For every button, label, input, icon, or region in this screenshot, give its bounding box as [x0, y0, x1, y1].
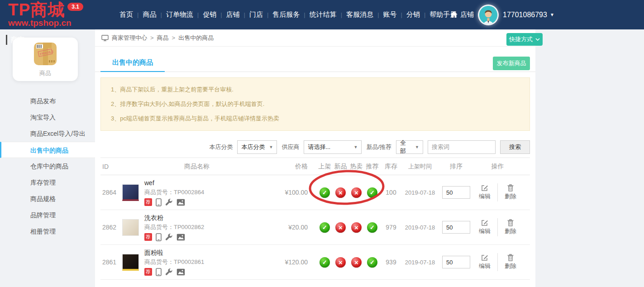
sort-input[interactable] [442, 221, 470, 234]
goods-thumbnail[interactable] [122, 184, 139, 201]
delete-button[interactable]: 删除 [500, 219, 521, 235]
delete-button[interactable]: 删除 [500, 184, 521, 201]
mobile-icon[interactable] [156, 268, 162, 276]
edit-label: 编辑 [479, 192, 491, 201]
header-1: ID [100, 163, 122, 170]
nav-item-1[interactable]: 首页 [115, 10, 137, 19]
nav-item-11[interactable]: 分销 [402, 10, 424, 19]
sidebar-item[interactable]: 仓库中的商品 [0, 158, 95, 174]
image-icon[interactable] [177, 199, 185, 206]
category-filter-label: 本店分类 [209, 143, 233, 151]
wrench-icon[interactable] [165, 233, 173, 241]
module-card-goods[interactable]: FRAGILE 商品 [13, 38, 78, 81]
quick-actions-button[interactable]: 快捷方式 [506, 33, 543, 46]
edit-button[interactable]: 编辑 [474, 254, 495, 270]
supplier-filter-label: 供应商 [281, 143, 299, 151]
topbar-account-area: 店铺 17701086793 ▼ [450, 0, 554, 29]
edit-button[interactable]: 编辑 [474, 219, 495, 235]
supplier-select[interactable]: 请选择... ▼ [304, 140, 362, 154]
newrec-select[interactable]: 全部 ▼ [396, 140, 423, 154]
publish-new-goods-button[interactable]: 发布新商品 [493, 57, 530, 70]
status-no-icon[interactable]: × [351, 187, 362, 198]
image-icon[interactable] [177, 268, 185, 276]
recommend-badge: 荐 [144, 198, 152, 206]
status-yes-icon[interactable]: ✓ [320, 257, 330, 268]
status-recommend: ✓ [364, 257, 380, 268]
wrench-icon[interactable] [165, 268, 173, 276]
sort-input[interactable] [442, 186, 470, 199]
breadcrumb-item-1[interactable]: 商家管理中心 [112, 34, 147, 42]
sidebar-item[interactable]: 出售中的商品 [0, 142, 95, 158]
header-10: 排序 [438, 163, 474, 171]
nav-item-7[interactable]: 售后服务 [268, 10, 304, 19]
nav-item-2[interactable]: 商品 [138, 10, 160, 19]
header-9: 上架时间 [402, 163, 438, 171]
nav-item-3[interactable]: 订单物流 [162, 10, 197, 19]
nav-item-10[interactable]: 账号 [379, 10, 401, 19]
status-recommend: ✓ [364, 222, 380, 233]
sidebar-item[interactable]: 商品Excel导入/导出 [0, 125, 95, 142]
newrec-filter-label: 新品/推荐 [366, 143, 391, 151]
main-nav: 首页|商品|订单物流|促销|店铺|门店|售后服务|统计结算|客服消息|账号|分销… [115, 0, 461, 29]
nav-item-9[interactable]: 客服消息 [342, 10, 377, 19]
nav-item-4[interactable]: 促销 [199, 10, 220, 19]
trash-icon [507, 184, 514, 191]
trash-icon [507, 254, 514, 261]
edit-button[interactable]: 编辑 [474, 184, 495, 201]
goods-name[interactable]: 面粉啦 [144, 249, 204, 257]
logo[interactable]: TP商城 3.1 www.tpshop.cn [8, 2, 83, 28]
shop-link[interactable]: 店铺 [450, 10, 474, 19]
actions-divider [497, 218, 498, 236]
edit-label: 编辑 [479, 227, 491, 235]
mobile-icon[interactable] [156, 233, 162, 241]
breadcrumb-items-anchor: 商家管理中心>商品>出售中的商品 [112, 34, 214, 42]
status-no-icon[interactable]: × [351, 257, 362, 268]
breadcrumb-item-3[interactable]: 出售中的商品 [178, 34, 214, 42]
goods-name[interactable]: wef [144, 179, 204, 187]
goods-info: 洗衣粉 商品货号：TP0002862 荐 [144, 214, 204, 241]
sidebar-item[interactable]: 商品规格 [0, 191, 95, 207]
sidebar-item[interactable]: 库存管理 [0, 174, 95, 191]
avatar-person-icon [479, 6, 497, 24]
actions-divider [497, 183, 498, 201]
search-button[interactable]: 搜索 [500, 140, 530, 154]
status-yes-icon[interactable]: ✓ [367, 222, 377, 233]
breadcrumb-item-2[interactable]: 商品 [157, 34, 169, 42]
account-menu[interactable]: 17701086793 ▼ [503, 11, 554, 19]
status-yes-icon[interactable]: ✓ [320, 222, 330, 233]
filter-row: 本店分类 本店分类 ▼ 供应商 请选择... ▼ 新品/推荐 全部 ▼ 搜索 [100, 136, 530, 158]
delete-label: 删除 [505, 227, 516, 235]
goods-thumbnail[interactable] [122, 254, 139, 271]
sidebar-item[interactable]: 相册管理 [0, 223, 95, 239]
category-select[interactable]: 本店分类 ▼ [237, 140, 277, 154]
status-no-icon[interactable]: × [335, 222, 346, 233]
goods-name[interactable]: 洗衣粉 [144, 214, 204, 222]
mobile-icon[interactable] [156, 198, 162, 206]
avatar[interactable] [479, 6, 497, 24]
goods-name-cell: 面粉啦 商品货号：TP0002861 荐 [122, 249, 272, 276]
wrench-icon[interactable] [165, 198, 173, 206]
nav-item-5[interactable]: 店铺 [222, 10, 244, 19]
sort-input[interactable] [442, 256, 470, 268]
header-8: 库存 [380, 163, 402, 171]
status-yes-icon[interactable]: ✓ [367, 187, 377, 198]
sidebar-item[interactable]: 商品发布 [0, 93, 95, 109]
status-no-icon[interactable]: × [335, 257, 346, 268]
sidebar-item[interactable]: 品牌管理 [0, 207, 95, 223]
tab-on-sale-goods[interactable]: 出售中的商品 [100, 56, 165, 72]
status-no-icon[interactable]: × [335, 187, 346, 198]
search-input[interactable] [428, 140, 496, 154]
goods-thumbnail[interactable] [122, 219, 139, 236]
goods-meta-icons: 荐 [144, 198, 204, 206]
image-icon[interactable] [177, 234, 185, 241]
sidebar-item[interactable]: 淘宝导入 [0, 109, 95, 125]
status-yes-icon[interactable]: ✓ [367, 257, 377, 268]
status-hot: × [348, 187, 364, 198]
table-row: 2862 洗衣粉 商品货号：TP0002862 荐 [100, 210, 530, 245]
delete-button[interactable]: 删除 [500, 254, 521, 270]
status-yes-icon[interactable]: ✓ [320, 187, 330, 198]
nav-item-8[interactable]: 统计结算 [305, 10, 341, 19]
nav-item-6[interactable]: 门店 [245, 10, 267, 19]
status-new: × [333, 187, 348, 198]
status-no-icon[interactable]: × [351, 222, 362, 233]
